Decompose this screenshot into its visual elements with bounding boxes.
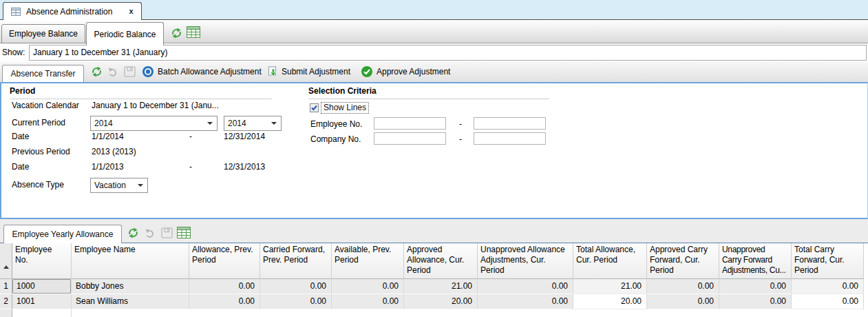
range-dash: - — [459, 119, 462, 130]
period-section-title: Period — [10, 86, 35, 96]
tab-absence-transfer[interactable]: Absence Transfer — [2, 65, 84, 82]
tab-employee-yearly-allowance[interactable]: Employee Yearly Allowance — [3, 225, 122, 243]
current-period-dropdown-2[interactable]: 2014 — [224, 116, 282, 131]
vacation-calendar-value: January 1 to December 31 (Janu... — [92, 100, 219, 112]
batch-allowance-adjustment-button[interactable]: Batch Allowance Adjustment — [158, 62, 262, 81]
undo-icon[interactable] — [145, 228, 156, 238]
grid-view-icon[interactable] — [187, 26, 200, 38]
selection-criteria-section-title: Selection Criteria — [308, 86, 377, 96]
column-header[interactable]: Unapproved Carry Forward Adjustments, Cu… — [719, 243, 792, 279]
date-from-value: 1/1/2014 — [92, 131, 124, 143]
row-number-header[interactable] — [0, 243, 12, 279]
refresh-icon[interactable] — [91, 66, 103, 77]
balance-tab-strip: Employee Balance Periodic Balance — [0, 20, 868, 43]
chevron-down-icon — [138, 184, 143, 187]
current-period-label: Current Period — [12, 117, 65, 129]
approve-adjustment-icon[interactable] — [361, 65, 373, 78]
company-no-to-input[interactable] — [474, 132, 546, 145]
document-tab-bar: Absence Administration x — [0, 0, 868, 20]
approved-carry-forward-cell[interactable]: 0.00 — [647, 279, 719, 294]
refresh-icon[interactable] — [171, 28, 182, 39]
total-allowance-cur-cell[interactable]: 20.00 — [573, 294, 647, 309]
total-carry-forward-cell[interactable]: 0.00 — [792, 294, 864, 309]
current-period-dropdown[interactable]: 2014 — [90, 116, 218, 131]
row-number[interactable]: 1 — [0, 279, 12, 294]
undo-icon[interactable] — [108, 67, 118, 77]
allowance-prev-cell[interactable]: 0.00 — [189, 279, 260, 294]
close-icon[interactable]: x — [129, 8, 133, 15]
approved-allowance-cur-cell[interactable]: 21.00 — [404, 279, 478, 294]
range-dash: - — [459, 134, 462, 145]
employee-no-cell[interactable]: 1001 — [12, 294, 72, 309]
available-prev-cell[interactable]: 0.00 — [332, 279, 404, 294]
empty-row-stub — [0, 309, 868, 317]
column-header[interactable]: Employee No. — [12, 243, 72, 279]
date-to-value: 12/31/2014 — [224, 131, 265, 143]
total-allowance-cur-cell[interactable]: 21.00 — [573, 279, 647, 294]
unapproved-carry-forward-adj-cell[interactable]: 0.00 — [719, 279, 792, 294]
show-input[interactable]: January 1 to December 31 (January) — [29, 45, 867, 61]
approved-allowance-cur-cell[interactable]: 20.00 — [404, 294, 478, 309]
approve-adjustment-button[interactable]: Approve Adjustment — [377, 62, 450, 81]
column-header[interactable]: Total Carry Forward, Cur. Period — [792, 243, 864, 279]
total-carry-forward-cell[interactable]: 0.00 — [792, 279, 864, 294]
column-header[interactable]: Available, Prev. Period — [332, 243, 404, 279]
previous-period-value: 2013 (2013) — [92, 146, 136, 158]
column-header[interactable]: Allowance, Prev. Period — [189, 243, 260, 279]
date-from-value: 1/1/2013 — [92, 161, 124, 173]
unapproved-carry-forward-adj-cell[interactable]: 0.00 — [719, 294, 792, 309]
chevron-down-icon — [207, 122, 213, 125]
company-no-label: Company No. — [310, 134, 361, 145]
column-header[interactable]: Employee Name — [72, 243, 189, 279]
unapproved-allowance-adj-cell[interactable]: 0.00 — [478, 294, 573, 309]
approved-carry-forward-cell[interactable]: 0.00 — [647, 294, 719, 309]
vacation-calendar-label: Vacation Calendar — [12, 100, 79, 112]
save-icon[interactable] — [124, 66, 136, 77]
unapproved-allowance-adj-cell[interactable]: 0.00 — [478, 279, 573, 294]
employee-name-cell[interactable]: Bobby Jones — [72, 279, 189, 294]
column-header[interactable]: Unapproved Allowance Adjustments, Cur. P… — [478, 243, 573, 279]
range-dash: - — [189, 161, 192, 173]
show-lines-checkbox[interactable] — [310, 103, 319, 112]
tab-employee-balance[interactable]: Employee Balance — [1, 24, 85, 43]
date-label: Date — [12, 131, 29, 143]
column-header[interactable]: Carried Forward, Prev. Period — [260, 243, 332, 279]
column-header[interactable]: Approved Carry Forward, Cur. Period — [647, 243, 719, 279]
period-underline — [10, 99, 272, 99]
save-icon[interactable] — [161, 227, 173, 238]
table-row: 2 1001 Sean Williams 0.00 0.00 0.00 20.0… — [0, 294, 868, 309]
allowance-prev-cell[interactable]: 0.00 — [189, 294, 260, 309]
submit-adjustment-icon[interactable] — [267, 65, 279, 78]
tab-periodic-balance[interactable]: Periodic Balance — [86, 22, 164, 45]
form-panel: Period Vacation Calendar January 1 to De… — [0, 82, 868, 219]
employee-name-cell[interactable]: Sean Williams — [72, 294, 189, 309]
allowance-grid-area: Employee Yearly Allowance — [0, 219, 868, 317]
table-header-row: Employee No. Employee Name Allowance, Pr… — [0, 243, 868, 279]
submit-adjustment-button[interactable]: Submit Adjustment — [282, 62, 350, 81]
date-to-value: 12/31/2013 — [224, 161, 265, 173]
employee-no-to-input[interactable] — [474, 117, 546, 130]
refresh-icon[interactable] — [127, 227, 139, 238]
batch-allowance-adjustment-icon[interactable] — [142, 65, 154, 78]
column-header[interactable]: Approved Allowance, Cur. Period — [404, 243, 478, 279]
employee-no-from-input[interactable] — [374, 117, 446, 130]
available-prev-cell[interactable]: 0.00 — [332, 294, 404, 309]
carried-forward-prev-cell[interactable]: 0.00 — [260, 294, 332, 309]
employee-no-cell[interactable]: 1000 — [12, 279, 72, 294]
absence-transfer-toolbar: Absence Transfer Batch Allowance Adjustm… — [0, 62, 868, 82]
tab-absence-administration[interactable]: Absence Administration x — [3, 2, 142, 20]
absence-type-label: Absence Type — [12, 179, 64, 191]
company-no-from-input[interactable] — [374, 132, 446, 145]
carried-forward-prev-cell[interactable]: 0.00 — [260, 279, 332, 294]
row-number[interactable]: 2 — [0, 294, 12, 309]
column-header[interactable]: Total Allowance, Cur. Period — [573, 243, 647, 279]
absence-type-dropdown[interactable]: Vacation — [90, 178, 148, 193]
date-label: Date — [12, 161, 29, 173]
absence-administration-window: Absence Administration x Employee Balanc… — [0, 0, 868, 317]
previous-period-label: Previous Period — [12, 146, 70, 158]
show-lines-label[interactable]: Show Lines — [321, 102, 369, 114]
grid-view-icon[interactable] — [177, 227, 191, 238]
sort-ascending-icon — [3, 265, 9, 269]
show-label: Show: — [2, 43, 25, 61]
allowance-table: Employee No. Employee Name Allowance, Pr… — [0, 243, 868, 317]
